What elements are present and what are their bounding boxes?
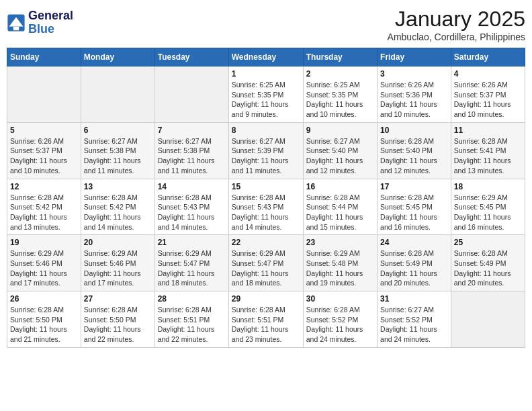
calendar-cell: 19Sunrise: 6:29 AMSunset: 5:46 PMDayligh… <box>7 235 81 291</box>
calendar-cell: 11Sunrise: 6:28 AMSunset: 5:41 PMDayligh… <box>451 122 525 179</box>
day-info: Sunrise: 6:28 AMSunset: 5:50 PMDaylight:… <box>84 305 152 345</box>
day-number: 27 <box>84 294 152 304</box>
day-number: 16 <box>306 182 374 191</box>
day-info: Sunrise: 6:28 AMSunset: 5:50 PMDaylight:… <box>10 305 78 345</box>
logo: GeneralBlue <box>7 9 73 36</box>
calendar-cell: 25Sunrise: 6:28 AMSunset: 5:49 PMDayligh… <box>451 235 525 291</box>
day-number: 9 <box>306 126 374 135</box>
calendar-cell <box>154 66 228 123</box>
day-info: Sunrise: 6:29 AMSunset: 5:47 PMDaylight:… <box>158 248 226 288</box>
weekday-header: Sunday <box>7 48 81 66</box>
page-header: GeneralBlue January 2025 Ambuclao, Cordi… <box>7 7 525 42</box>
calendar-cell: 4Sunrise: 6:26 AMSunset: 5:37 PMDaylight… <box>451 66 525 123</box>
day-number: 14 <box>158 182 226 191</box>
calendar-subtitle: Ambuclao, Cordillera, Philippines <box>388 32 525 42</box>
logo-icon <box>7 13 26 32</box>
day-info: Sunrise: 6:28 AMSunset: 5:43 PMDaylight:… <box>158 193 226 232</box>
calendar-cell: 27Sunrise: 6:28 AMSunset: 5:50 PMDayligh… <box>81 291 154 348</box>
day-number: 15 <box>232 182 300 191</box>
day-number: 19 <box>10 238 78 247</box>
day-info: Sunrise: 6:28 AMSunset: 5:42 PMDaylight:… <box>84 193 152 232</box>
calendar-cell <box>81 66 154 123</box>
calendar-cell: 22Sunrise: 6:29 AMSunset: 5:47 PMDayligh… <box>228 235 303 291</box>
calendar-week-row: 19Sunrise: 6:29 AMSunset: 5:46 PMDayligh… <box>7 235 525 291</box>
day-number: 24 <box>380 238 448 247</box>
day-info: Sunrise: 6:28 AMSunset: 5:51 PMDaylight:… <box>232 305 300 345</box>
day-number: 5 <box>10 126 78 135</box>
calendar-cell: 30Sunrise: 6:28 AMSunset: 5:52 PMDayligh… <box>303 291 377 348</box>
calendar-cell: 24Sunrise: 6:28 AMSunset: 5:49 PMDayligh… <box>378 235 451 291</box>
day-info: Sunrise: 6:28 AMSunset: 5:40 PMDaylight:… <box>380 136 448 176</box>
day-number: 3 <box>380 69 448 79</box>
calendar-cell: 12Sunrise: 6:28 AMSunset: 5:42 PMDayligh… <box>7 179 81 235</box>
weekday-header: Thursday <box>303 48 377 66</box>
day-info: Sunrise: 6:27 AMSunset: 5:52 PMDaylight:… <box>380 305 448 345</box>
day-info: Sunrise: 6:25 AMSunset: 5:35 PMDaylight:… <box>306 80 374 120</box>
day-number: 29 <box>232 294 300 304</box>
day-info: Sunrise: 6:28 AMSunset: 5:52 PMDaylight:… <box>306 305 374 345</box>
day-number: 25 <box>454 238 522 247</box>
day-number: 23 <box>306 238 374 247</box>
day-number: 26 <box>10 294 78 304</box>
day-info: Sunrise: 6:28 AMSunset: 5:45 PMDaylight:… <box>380 193 448 232</box>
calendar-week-row: 12Sunrise: 6:28 AMSunset: 5:42 PMDayligh… <box>7 179 525 235</box>
calendar-cell: 21Sunrise: 6:29 AMSunset: 5:47 PMDayligh… <box>154 235 228 291</box>
calendar-cell <box>7 66 81 123</box>
calendar-cell: 14Sunrise: 6:28 AMSunset: 5:43 PMDayligh… <box>154 179 228 235</box>
day-info: Sunrise: 6:29 AMSunset: 5:48 PMDaylight:… <box>306 248 374 288</box>
calendar-week-row: 1Sunrise: 6:25 AMSunset: 5:35 PMDaylight… <box>7 66 525 123</box>
day-info: Sunrise: 6:28 AMSunset: 5:42 PMDaylight:… <box>10 193 78 232</box>
day-number: 7 <box>158 126 226 135</box>
calendar-week-row: 5Sunrise: 6:26 AMSunset: 5:37 PMDaylight… <box>7 122 525 179</box>
svg-rect-2 <box>13 26 19 30</box>
calendar-cell: 16Sunrise: 6:28 AMSunset: 5:44 PMDayligh… <box>303 179 377 235</box>
day-info: Sunrise: 6:28 AMSunset: 5:51 PMDaylight:… <box>158 305 226 345</box>
day-info: Sunrise: 6:26 AMSunset: 5:36 PMDaylight:… <box>380 80 448 120</box>
day-info: Sunrise: 6:28 AMSunset: 5:43 PMDaylight:… <box>232 193 300 232</box>
day-info: Sunrise: 6:28 AMSunset: 5:49 PMDaylight:… <box>454 248 522 288</box>
day-info: Sunrise: 6:27 AMSunset: 5:38 PMDaylight:… <box>158 136 226 176</box>
day-number: 30 <box>306 294 374 304</box>
day-info: Sunrise: 6:27 AMSunset: 5:39 PMDaylight:… <box>232 136 300 176</box>
day-number: 13 <box>84 182 152 191</box>
calendar-cell: 20Sunrise: 6:29 AMSunset: 5:46 PMDayligh… <box>81 235 154 291</box>
day-info: Sunrise: 6:26 AMSunset: 5:37 PMDaylight:… <box>10 136 78 176</box>
day-info: Sunrise: 6:29 AMSunset: 5:46 PMDaylight:… <box>10 248 78 288</box>
calendar-cell: 10Sunrise: 6:28 AMSunset: 5:40 PMDayligh… <box>378 122 451 179</box>
day-number: 8 <box>232 126 300 135</box>
calendar-cell: 23Sunrise: 6:29 AMSunset: 5:48 PMDayligh… <box>303 235 377 291</box>
calendar-cell: 5Sunrise: 6:26 AMSunset: 5:37 PMDaylight… <box>7 122 81 179</box>
calendar-cell: 29Sunrise: 6:28 AMSunset: 5:51 PMDayligh… <box>228 291 303 348</box>
day-info: Sunrise: 6:28 AMSunset: 5:44 PMDaylight:… <box>306 193 374 232</box>
calendar-cell: 2Sunrise: 6:25 AMSunset: 5:35 PMDaylight… <box>303 66 377 123</box>
day-number: 11 <box>454 126 522 135</box>
day-number: 10 <box>380 126 448 135</box>
day-info: Sunrise: 6:28 AMSunset: 5:41 PMDaylight:… <box>454 136 522 176</box>
calendar-cell: 7Sunrise: 6:27 AMSunset: 5:38 PMDaylight… <box>154 122 228 179</box>
calendar-cell: 18Sunrise: 6:29 AMSunset: 5:45 PMDayligh… <box>451 179 525 235</box>
weekday-header: Tuesday <box>154 48 228 66</box>
weekday-header-row: SundayMondayTuesdayWednesdayThursdayFrid… <box>7 48 525 66</box>
day-number: 6 <box>84 126 152 135</box>
calendar-cell: 8Sunrise: 6:27 AMSunset: 5:39 PMDaylight… <box>228 122 303 179</box>
calendar-cell: 1Sunrise: 6:25 AMSunset: 5:35 PMDaylight… <box>228 66 303 123</box>
calendar-cell: 17Sunrise: 6:28 AMSunset: 5:45 PMDayligh… <box>378 179 451 235</box>
day-number: 4 <box>454 69 522 79</box>
weekday-header: Wednesday <box>228 48 303 66</box>
day-info: Sunrise: 6:26 AMSunset: 5:37 PMDaylight:… <box>454 80 522 120</box>
calendar-title: January 2025 <box>388 7 525 32</box>
calendar-cell: 13Sunrise: 6:28 AMSunset: 5:42 PMDayligh… <box>81 179 154 235</box>
calendar-cell: 9Sunrise: 6:27 AMSunset: 5:40 PMDaylight… <box>303 122 377 179</box>
day-info: Sunrise: 6:28 AMSunset: 5:49 PMDaylight:… <box>380 248 448 288</box>
calendar-week-row: 26Sunrise: 6:28 AMSunset: 5:50 PMDayligh… <box>7 291 525 348</box>
calendar-cell: 6Sunrise: 6:27 AMSunset: 5:38 PMDaylight… <box>81 122 154 179</box>
calendar-cell: 15Sunrise: 6:28 AMSunset: 5:43 PMDayligh… <box>228 179 303 235</box>
calendar-cell: 28Sunrise: 6:28 AMSunset: 5:51 PMDayligh… <box>154 291 228 348</box>
calendar-cell: 26Sunrise: 6:28 AMSunset: 5:50 PMDayligh… <box>7 291 81 348</box>
day-number: 20 <box>84 238 152 247</box>
weekday-header: Friday <box>378 48 451 66</box>
day-info: Sunrise: 6:27 AMSunset: 5:40 PMDaylight:… <box>306 136 374 176</box>
day-number: 12 <box>10 182 78 191</box>
calendar-cell: 3Sunrise: 6:26 AMSunset: 5:36 PMDaylight… <box>378 66 451 123</box>
weekday-header: Saturday <box>451 48 525 66</box>
